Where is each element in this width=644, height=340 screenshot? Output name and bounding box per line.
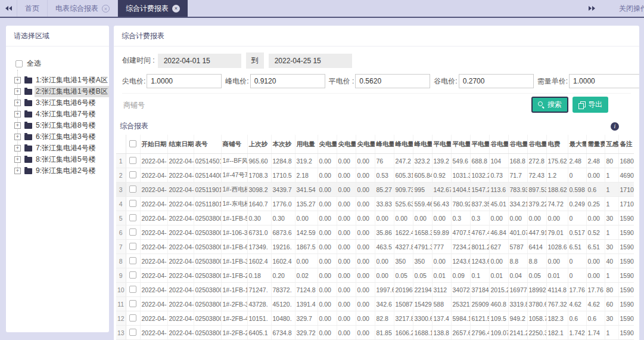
tab-0[interactable]: 首页 bbox=[17, 0, 48, 17]
column-header-19[interactable]: 电费 bbox=[546, 135, 568, 154]
price-field-0: 尖电价: bbox=[122, 74, 222, 88]
date-to-input[interactable] bbox=[269, 54, 352, 68]
price-input[interactable] bbox=[355, 74, 430, 88]
table-row[interactable]: 42022-04-2022-04-025118011#-东电梯1640.7177… bbox=[116, 197, 634, 211]
column-header-14[interactable]: 平电量 bbox=[451, 135, 470, 154]
info-icon[interactable]: i bbox=[611, 122, 619, 131]
expand-icon[interactable]: + bbox=[14, 134, 21, 140]
row-checkbox[interactable] bbox=[129, 200, 136, 207]
cell: 0.18 bbox=[247, 268, 271, 283]
close-operations-menu[interactable]: 关闭操作 bbox=[619, 4, 644, 14]
column-header-12[interactable]: 峰电量 bbox=[413, 135, 432, 154]
tree-item[interactable]: +7:张江集电港4号楼 bbox=[14, 143, 103, 154]
column-header-13[interactable]: 平电量 bbox=[432, 135, 451, 154]
expand-icon[interactable]: + bbox=[14, 100, 21, 106]
expand-icon[interactable]: + bbox=[14, 111, 21, 118]
table-row[interactable]: 82022-04-2022-04-025038001#-1FB-31602.41… bbox=[116, 254, 634, 268]
tab-close-icon[interactable]: × bbox=[102, 5, 110, 13]
row-checkbox[interactable] bbox=[129, 286, 136, 293]
select-all-rows-checkbox[interactable] bbox=[129, 140, 136, 147]
cell: 0.00 bbox=[586, 211, 605, 225]
column-header-20[interactable]: 最大需 bbox=[568, 135, 586, 154]
cell: 2250.3 bbox=[527, 326, 546, 340]
select-all-checkbox[interactable] bbox=[15, 60, 23, 67]
row-checkbox[interactable] bbox=[129, 228, 136, 236]
table-row[interactable]: 112022-04-2022-04-025038001#-2FB-343728.… bbox=[116, 297, 634, 311]
column-header-7[interactable]: 尖电量 bbox=[318, 135, 337, 154]
table-row[interactable]: 32022-04-2022-04-025119011#-西电梯3098.2343… bbox=[116, 183, 634, 197]
price-input[interactable] bbox=[569, 74, 639, 88]
row-checkbox[interactable] bbox=[129, 243, 136, 250]
expand-icon[interactable]: + bbox=[14, 145, 21, 152]
table-row[interactable]: 62022-04-2022-04-025038001#-106-36731.06… bbox=[116, 225, 634, 240]
tree-item[interactable]: +2:张江集电港1号楼B区 bbox=[14, 86, 103, 97]
price-label: 尖电价: bbox=[122, 76, 145, 86]
date-from-input[interactable] bbox=[158, 54, 241, 68]
column-header-16[interactable]: 谷电量 bbox=[489, 135, 508, 154]
tree-item[interactable]: +5:张江集电港8号楼 bbox=[14, 120, 103, 131]
column-header-4[interactable]: 上次抄 bbox=[247, 135, 271, 154]
table-row[interactable]: 122022-04-2022-04-025038001#-2FB-410151.… bbox=[116, 311, 634, 326]
column-header-23[interactable]: 备注 bbox=[618, 135, 634, 154]
column-header-8[interactable]: 尖电量 bbox=[337, 135, 356, 154]
expand-icon[interactable]: + bbox=[14, 168, 21, 174]
tab-1[interactable]: 电表综合报表× bbox=[48, 0, 118, 17]
row-checkbox[interactable] bbox=[129, 214, 136, 221]
tab-close-icon[interactable]: × bbox=[172, 5, 180, 13]
table-row[interactable]: 72022-04-2022-04-025038001#-1FB-617349.1… bbox=[116, 240, 634, 254]
column-header-1[interactable]: 结束日期 bbox=[167, 135, 194, 154]
price-input[interactable] bbox=[459, 74, 534, 88]
cell: 45.01 bbox=[489, 197, 508, 211]
row-checkbox[interactable] bbox=[129, 157, 136, 164]
cell: 10480. bbox=[271, 311, 295, 326]
column-header-15[interactable]: 平电量 bbox=[470, 135, 489, 154]
column-header-3[interactable]: 商铺号 bbox=[221, 135, 247, 154]
table-row[interactable]: 102022-04-2022-04-025038001#-1FB-171247.… bbox=[116, 283, 634, 297]
tree-item[interactable]: +6:张江集电港3号楼 bbox=[14, 131, 103, 143]
tree-item[interactable]: +4:张江集电港7号楼 bbox=[14, 109, 103, 120]
column-header-5[interactable]: 本次抄 bbox=[271, 135, 295, 154]
cell: 02503800 bbox=[194, 254, 221, 268]
table-row[interactable]: 92022-04-2022-04-025038001#-1FB-20.180.2… bbox=[116, 268, 634, 283]
table-row[interactable]: 12022-04-2022-04-025145011#--BF风965.6012… bbox=[116, 154, 634, 168]
column-header-6[interactable]: 用电量 bbox=[295, 135, 318, 154]
row-checkbox[interactable] bbox=[129, 271, 136, 279]
tab-2[interactable]: 综合计费报表× bbox=[118, 0, 188, 17]
table-row[interactable]: 132022-04-2022-04-025038001#-2FB-26405.1… bbox=[116, 326, 634, 340]
row-checkbox[interactable] bbox=[129, 314, 136, 322]
row-checkbox[interactable] bbox=[129, 300, 136, 307]
price-input[interactable] bbox=[250, 74, 325, 88]
search-button[interactable]: 搜索 bbox=[531, 97, 568, 113]
row-checkbox[interactable] bbox=[129, 186, 136, 193]
column-header-0[interactable]: 开始日期 bbox=[140, 135, 167, 154]
column-header-2[interactable]: 表号 bbox=[194, 135, 221, 154]
expand-icon[interactable]: + bbox=[14, 77, 21, 84]
column-header-22[interactable]: 互感器 bbox=[605, 135, 618, 154]
row-checkbox[interactable] bbox=[129, 171, 136, 178]
row-checkbox[interactable] bbox=[129, 257, 136, 264]
column-header-17[interactable]: 谷电量 bbox=[508, 135, 527, 154]
price-input[interactable] bbox=[147, 74, 222, 88]
expand-icon[interactable]: + bbox=[14, 156, 21, 163]
cell: 2022-04- bbox=[140, 183, 167, 197]
expand-tabs-icon[interactable] bbox=[583, 6, 600, 11]
collapse-tabs-icon[interactable] bbox=[0, 0, 17, 17]
tree-item[interactable]: +3:张江集电港6号楼 bbox=[14, 97, 103, 109]
tree-item[interactable]: +9:张江集电港2号楼 bbox=[14, 165, 103, 177]
tree-item[interactable]: +1:张江集电港1号楼A区 bbox=[14, 75, 103, 86]
column-header-10[interactable]: 峰电量 bbox=[375, 135, 394, 154]
table-row[interactable]: 52022-04-2022-04-025038001#-1FB-50.300.3… bbox=[116, 211, 634, 225]
expand-icon[interactable]: + bbox=[14, 88, 21, 95]
cell: 71.7 bbox=[508, 168, 527, 183]
tree-item[interactable]: +8:张江集电港5号楼 bbox=[14, 154, 103, 165]
shop-number-input[interactable] bbox=[122, 98, 531, 112]
column-header-11[interactable]: 峰电量 bbox=[394, 135, 413, 154]
expand-icon[interactable]: + bbox=[14, 122, 21, 129]
table-row[interactable]: 22022-04-2022-04-025144001#-47号车1708.317… bbox=[116, 168, 634, 183]
column-header-9[interactable]: 尖电量 bbox=[356, 135, 375, 154]
export-button[interactable]: 导出 bbox=[573, 97, 608, 113]
column-header-18[interactable]: 谷电量 bbox=[527, 135, 546, 154]
cell: 1#-106-3 bbox=[221, 225, 247, 240]
row-checkbox[interactable] bbox=[129, 329, 136, 336]
column-header-21[interactable]: 需量费 bbox=[586, 135, 605, 154]
